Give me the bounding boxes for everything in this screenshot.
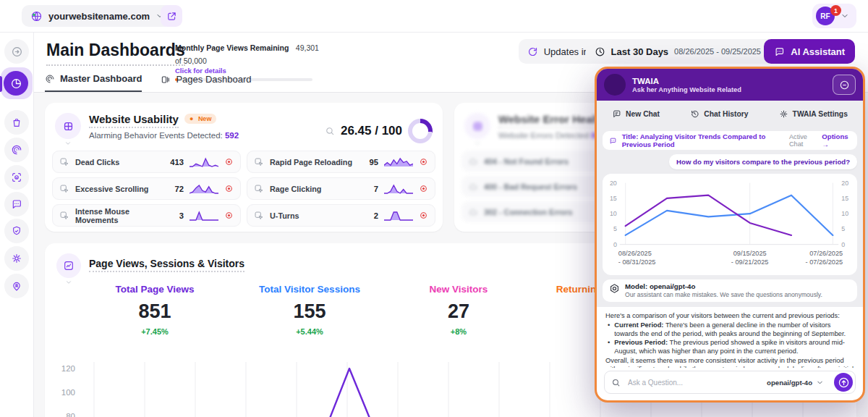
record-alert-icon [224, 157, 234, 167]
circle-minus-icon [839, 80, 850, 90]
spiral-icon [11, 144, 22, 156]
gear-icon [779, 109, 788, 119]
assistant-chart-card: 005510101515202008/26/2025- 08/31/202509… [603, 174, 857, 275]
ask-question-input[interactable] [626, 378, 757, 387]
events-count: 592 [225, 131, 239, 140]
metric-row[interactable]: Dead Clicks413 [52, 151, 241, 173]
grid-square-icon [62, 120, 75, 132]
active-chat-status: Active Chat [789, 133, 817, 148]
stat-total-visitor-sessions: Total Visitor Sessions 155 +5.44% [231, 284, 388, 336]
assistant-nav: New Chat Chat History TWAIA Settings [597, 101, 863, 127]
active-chat-title: Title: Analyzing Visitor Trends Compared… [622, 132, 784, 148]
metric-row[interactable]: Rage Clicking7 [247, 177, 435, 200]
assistant-response: Here's a comparison of your visitors bet… [597, 307, 863, 368]
sidebar-item-sessions[interactable] [4, 138, 29, 162]
chat-history-button[interactable]: Chat History [690, 109, 748, 119]
svg-text:10: 10 [610, 210, 617, 217]
chat-options-link[interactable]: Options → [822, 132, 851, 148]
chevron-down-icon[interactable] [65, 279, 72, 286]
metric-row[interactable]: Intense Mouse Movements3 [52, 204, 241, 227]
chevron-down-icon[interactable] [64, 140, 72, 147]
new-chat-icon [612, 109, 621, 119]
website-usability-card: Website Usability● New Alarming Behavior… [45, 103, 443, 232]
response-intro: Here's a comparison of your visitors bet… [605, 312, 854, 321]
svg-text:07/26/2025: 07/26/2025 [809, 250, 843, 257]
person-pin-icon [11, 280, 22, 292]
svg-text:10: 10 [841, 210, 848, 217]
sidebar-item-location[interactable] [4, 274, 29, 298]
model-row: Model: openai/gpt-4o Our assistant can m… [603, 279, 857, 302]
sparkline [190, 156, 218, 168]
cursor-click-icon [59, 211, 69, 221]
stat-total-page-views: Total Page Views 851 +7.45% [78, 284, 231, 336]
sidebar-item-store[interactable] [4, 110, 29, 135]
error-health-subtitle: Website Errors Detected 864 [498, 131, 605, 140]
shield-check-icon [11, 225, 22, 237]
metric-row[interactable]: Rapid Page Reloading95 [247, 151, 435, 173]
trend-chart-icon [63, 260, 75, 271]
assistant-avatar [604, 74, 626, 96]
sidebar-expand-button[interactable] [4, 39, 29, 64]
sparkline [190, 210, 218, 222]
chat-icon [609, 136, 617, 146]
svg-text:08/26/2025: 08/26/2025 [618, 250, 652, 257]
model-logo-icon [609, 283, 620, 294]
magnifier-icon [325, 126, 335, 136]
site-selector[interactable]: yourwebsitename.com [22, 5, 173, 27]
assistant-settings-button[interactable]: TWAIA Settings [779, 109, 848, 119]
response-outro: Overall, it seems there was more consist… [605, 357, 854, 368]
sidebar-item-feedback[interactable] [4, 192, 29, 216]
open-site-button[interactable] [161, 5, 182, 27]
svg-text:80: 80 [66, 412, 75, 417]
response-bullet: •Previous Period: The previous period sh… [608, 339, 854, 356]
ai-assistant-button[interactable]: AI Assistant [764, 39, 855, 64]
tab-master-dashboard[interactable]: Master Dashboard [45, 73, 142, 92]
svg-text:15: 15 [610, 195, 617, 202]
chevron-down-icon [816, 379, 824, 387]
sidebar-item-settings[interactable] [4, 246, 29, 271]
active-chat-row: Title: Analyzing Visitor Trends Compared… [603, 131, 857, 150]
error-card-icon [464, 113, 490, 139]
model-select[interactable]: openai/gpt-4o [762, 379, 828, 387]
chat-icon [11, 198, 22, 210]
record-alert-icon [419, 211, 428, 220]
new-chat-button[interactable]: New Chat [612, 109, 660, 119]
send-button[interactable] [834, 373, 853, 392]
sidebar-active-indicator [0, 76, 2, 92]
sidebar-item-visitors[interactable] [4, 165, 29, 190]
usability-score-value: 26.45 / 100 [341, 124, 402, 138]
svg-text:0: 0 [841, 241, 845, 248]
traffic-card-icon [56, 253, 81, 278]
date-range-picker[interactable]: Last 30 Days 08/26/2025 - 09/25/2025 [586, 39, 783, 64]
cursor-click-icon [59, 184, 69, 194]
tab-pages-dashboard[interactable]: Pages Dashboard [161, 73, 251, 92]
usability-card-icon [55, 113, 81, 139]
stat-new-visitors: New Visitors 27 +8% [388, 284, 529, 336]
usability-title: Website Usability [89, 113, 179, 128]
assistant-name: TWAIA [632, 76, 741, 86]
bag-icon [11, 117, 22, 128]
question-input-row: openai/gpt-4o [604, 371, 856, 394]
assistant-header: TWAIA Ask her Anything Website Related [597, 69, 863, 101]
sparkline [190, 183, 218, 195]
cloud-icon [468, 207, 478, 217]
record-alert-icon [224, 184, 234, 193]
svg-text:15: 15 [841, 195, 848, 202]
assistant-tagline: Ask her Anything Website Related [632, 86, 741, 93]
pages-icon [161, 75, 171, 85]
model-name: Model: openai/gpt-4o [625, 282, 822, 290]
usability-subtitle: Alarming Behavior Events Detected: 592 [89, 131, 239, 140]
usability-score: 26.45 / 100 [325, 119, 433, 143]
external-link-icon [166, 11, 177, 22]
tab-pages-label: Pages Dashboard [176, 74, 251, 85]
sidebar-item-dashboards[interactable] [4, 71, 28, 96]
metric-row[interactable]: U-Turns2 [247, 204, 435, 227]
range-dates: 08/26/2025 - 09/25/2025 [674, 47, 761, 56]
metric-row[interactable]: Excessive Scrolling72 [52, 177, 241, 200]
sparkline [384, 156, 413, 168]
history-icon [690, 109, 699, 119]
user-menu[interactable]: RF 1 [812, 4, 856, 28]
minimize-panel-button[interactable] [833, 75, 856, 95]
sidebar-item-security[interactable] [4, 219, 29, 243]
pie-chart-icon [10, 77, 22, 90]
